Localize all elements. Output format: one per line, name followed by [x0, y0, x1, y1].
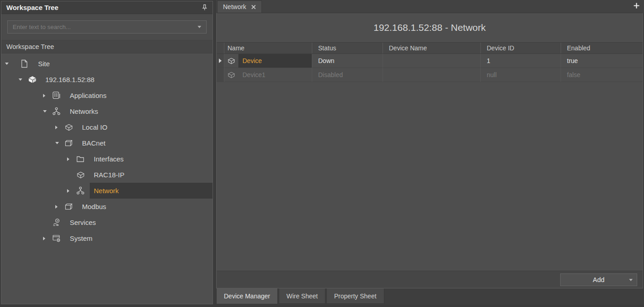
- table-header: Name Status Device Name Device ID Enable…: [217, 42, 643, 54]
- tab-network[interactable]: Network: [217, 0, 262, 13]
- row-selector-cell[interactable]: [217, 68, 224, 82]
- document-tab-strip: Network: [216, 0, 644, 13]
- caret-collapsed-icon[interactable]: [43, 94, 45, 97]
- applications-icon: [52, 91, 66, 100]
- caret-collapsed-icon[interactable]: [43, 237, 45, 240]
- system-icon: [52, 234, 66, 243]
- cell-name[interactable]: Device: [224, 54, 312, 68]
- device-icon: [227, 71, 236, 79]
- caret-expanded-icon[interactable]: [43, 110, 47, 112]
- workspace-tree-panel: Workspace Tree Workspace Tree Site: [1, 1, 213, 304]
- column-header-status[interactable]: Status: [312, 43, 383, 54]
- device-icon: [76, 171, 90, 179]
- cell-status[interactable]: Down: [312, 54, 383, 68]
- tree-item-modbus[interactable]: Modbus: [1, 199, 213, 214]
- search-dropdown-caret-icon[interactable]: [198, 26, 201, 28]
- caret-collapsed-icon[interactable]: [67, 189, 69, 193]
- current-row-indicator-icon: [219, 58, 222, 63]
- add-dropdown-caret-icon[interactable]: [629, 279, 633, 281]
- tab-wire-sheet[interactable]: Wire Sheet: [279, 288, 325, 304]
- document-icon: [20, 59, 34, 68]
- action-bar: Add: [217, 271, 643, 288]
- tree-section-header: Workspace Tree: [1, 40, 213, 54]
- row-selector-cell[interactable]: [217, 54, 224, 68]
- cell-name[interactable]: Device1: [224, 68, 312, 82]
- column-header-device-name[interactable]: Device Name: [383, 43, 481, 54]
- tree-item-networks[interactable]: Networks: [1, 103, 213, 119]
- tree-item-local-io[interactable]: Local IO: [1, 119, 213, 135]
- layers-icon: [64, 139, 78, 147]
- tree-item-bacnet[interactable]: BACnet: [1, 135, 213, 151]
- panel-title: Workspace Tree: [6, 4, 58, 11]
- tab-device-manager[interactable]: Device Manager: [216, 288, 278, 304]
- device-manager-view: 192.168.1.52:88 - Network Name Status De…: [216, 13, 643, 288]
- caret-collapsed-icon[interactable]: [55, 126, 58, 129]
- column-header-name[interactable]: Name: [224, 43, 312, 54]
- view-title: 192.168.1.52:88 - Network: [217, 13, 643, 42]
- device-icon: [227, 57, 236, 65]
- cell-device-name[interactable]: [383, 54, 481, 68]
- services-icon: [52, 218, 66, 227]
- search-input[interactable]: [13, 24, 198, 30]
- caret-collapsed-icon[interactable]: [55, 205, 58, 209]
- caret-collapsed-icon[interactable]: [67, 157, 69, 161]
- tree-item-system[interactable]: System: [1, 230, 213, 246]
- folder-icon: [76, 155, 90, 163]
- workspace-tree: Site 192.168.1.52:88: [1, 54, 213, 304]
- tree-item-applications[interactable]: Applications: [1, 88, 213, 103]
- tree-item-services[interactable]: Services: [1, 214, 213, 230]
- search-area: [1, 14, 213, 40]
- add-button[interactable]: Add: [560, 273, 637, 286]
- tree-item-network[interactable]: Network: [1, 183, 213, 199]
- tree-item-interfaces[interactable]: Interfaces: [1, 151, 213, 167]
- tree-item-site[interactable]: Site: [1, 56, 213, 72]
- panel-header: Workspace Tree: [1, 1, 213, 14]
- table-row[interactable]: Device Down 1 true: [217, 54, 643, 68]
- caret-expanded-icon[interactable]: [5, 63, 9, 65]
- column-header-enabled[interactable]: Enabled: [561, 43, 643, 54]
- search-box[interactable]: [7, 20, 207, 34]
- cell-device-name[interactable]: [383, 68, 481, 82]
- cell-device-id[interactable]: null: [481, 68, 561, 82]
- column-header-device-id[interactable]: Device ID: [481, 43, 561, 54]
- caret-expanded-icon[interactable]: [55, 142, 59, 144]
- tree-item-rac18-ip[interactable]: RAC18-IP: [1, 167, 213, 183]
- tab-property-sheet[interactable]: Property Sheet: [326, 288, 384, 304]
- caret-expanded-icon[interactable]: [19, 78, 22, 81]
- controller-icon: [28, 75, 41, 84]
- gutter-header: [217, 43, 224, 54]
- cell-enabled[interactable]: false: [561, 68, 643, 82]
- network-icon: [52, 107, 66, 116]
- table-empty-area: [217, 82, 643, 271]
- cell-device-id[interactable]: 1: [481, 54, 561, 68]
- add-tab-plus-icon[interactable]: [633, 2, 640, 9]
- tree-item-controller[interactable]: 192.168.1.52:88: [1, 72, 213, 88]
- cell-enabled[interactable]: true: [561, 54, 643, 68]
- tab-label: Network: [223, 3, 246, 10]
- network-icon: [76, 186, 90, 195]
- tree-section-label: Workspace Tree: [6, 43, 54, 50]
- device-icon: [64, 123, 78, 132]
- pin-icon[interactable]: [202, 4, 208, 11]
- tab-close-icon[interactable]: [251, 5, 256, 10]
- bottom-tab-strip: Device Manager Wire Sheet Property Sheet: [216, 288, 644, 305]
- layers-icon: [64, 202, 78, 211]
- table-row[interactable]: Device1 Disabled null false: [217, 68, 643, 82]
- cell-status[interactable]: Disabled: [312, 68, 383, 82]
